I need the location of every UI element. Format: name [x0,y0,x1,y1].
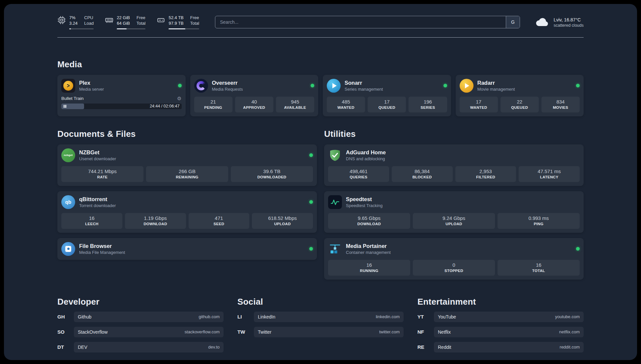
bookmark-name: StackOverflow [78,329,107,335]
memory-usage-bar [117,28,145,29]
stat-upload: 9.24 Gbps UPLOAD [413,213,495,229]
section-title: Developer [57,297,224,307]
portainer-crane-icon [328,242,342,256]
bookmark-name: DEV [78,345,87,350]
bookmark-domain: netflix.com [559,329,580,334]
filebrowser-icon [61,242,75,256]
service-description: DNS and adblocking [346,156,386,161]
stat-seed: 471 SEED [189,213,250,229]
service-card-filebrowser[interactable]: File Browser Media File Management [57,238,317,260]
stat-remaining: 266 GB REMAINING [146,166,228,182]
service-card-sonarr[interactable]: Sonarr Series management 485 WANTED 17 Q… [323,75,451,116]
service-card-radarr[interactable]: Radarr Movie management 17 WANTED 22 QUE… [456,75,584,116]
service-name: Overseerr [212,79,243,86]
bookmark-twitter[interactable]: TW Twitter twitter.com [237,327,404,337]
qbittorrent-icon: qb [61,195,75,209]
service-card-adguard-home[interactable]: AdGuard Home DNS and adblocking 498,461 … [324,144,584,186]
status-online-indicator [309,200,313,204]
memory-total-value: 64 GiB [117,21,130,26]
bookmark-abbr: RE [417,344,429,350]
stat-stopped: 0 STOPPED [413,260,495,276]
service-name: Sonarr [345,79,383,86]
service-card-qbittorrent[interactable]: qb qBittorrent Torrent downloader 16 LEE… [57,191,317,233]
status-online-indicator [309,247,313,251]
stat-movies: 834 MOVIES [541,97,580,112]
bookmark-name: Github [78,314,91,319]
status-online-indicator [309,153,313,157]
bookmark-abbr: SO [57,329,69,335]
stat-approved: 40 APPROVED [235,97,273,112]
stat-rate: 744.21 Mbps RATE [61,166,143,182]
search-provider-button[interactable]: G [506,16,520,28]
service-description: Torrent downloader [79,203,116,208]
service-description: Movie management [477,87,515,92]
status-online-indicator [178,84,182,87]
section-title: Documents & Files [57,129,317,139]
stat-label: QUEUED [502,106,537,109]
weather-location: Lviv, 16.87°C [554,17,584,23]
playback-progress-fill [61,104,84,109]
bookmark-group-developer: Developer GH Github github.com SO StackO… [57,297,224,352]
bookmark-reddit[interactable]: RE Reddit reddit.com [417,342,584,352]
playback-progress-bar[interactable]: 24:44 / 02:06:47 [61,104,182,109]
gear-icon[interactable]: ⚙ [177,96,181,101]
service-card-overseerr[interactable]: Overseerr Media Requests 21 PENDING 40 A… [190,75,319,116]
stat-leech: 16 LEECH [61,213,122,229]
section-title: Social [237,297,404,307]
stat-label: SERIES [410,106,445,109]
overseerr-icon [194,79,208,93]
disk-free-value: 52.4 TB [168,15,183,21]
search-bar: G [215,16,520,28]
bookmark-domain: youtube.com [555,314,580,319]
stat-label: PING [499,222,578,226]
stat-label: PENDING [196,106,231,109]
disk-usage-bar [168,28,199,29]
stat-wanted: 17 WANTED [460,97,498,112]
bookmark-domain: dev.to [208,345,220,349]
speedtest-graph-icon [328,195,342,209]
stat-label: RATE [63,175,142,179]
stat-filtered: 2,953 FILTERED [455,166,516,182]
search-input[interactable] [215,16,506,28]
stat-ping: 0.993 ms PING [498,213,580,229]
stat-total: 16 TOTAL [498,260,580,276]
stat-label: WANTED [461,106,497,109]
bookmark-netflix[interactable]: NF Netflix netflix.com [417,327,584,337]
stat-value: 196 [410,99,445,105]
bookmark-domain: github.com [198,314,220,319]
stat-queued: 22 QUEUED [501,97,539,112]
bookmark-linkedin[interactable]: LI LinkedIn linkedin.com [237,312,404,322]
service-description: Media Requests [212,87,243,92]
service-card-nzbget[interactable]: nzbget NZBGet Usenet downloader 744.21 M… [57,144,317,186]
bookmark-dev[interactable]: DT DEV dev.to [57,342,224,352]
service-card-speedtest[interactable]: Speedtest Speedtest Tracking 9.65 Gbps D… [324,191,584,233]
playback-time: 24:44 / 02:06:47 [150,104,179,108]
bookmark-stackoverflow[interactable]: SO StackOverflow stackoverflow.com [57,327,224,337]
status-online-indicator [311,84,314,87]
stat-value: 485 [328,99,364,105]
stat-value: 22 [502,99,537,105]
topbar-divider [57,37,584,38]
service-description: Container management [346,250,391,255]
stat-label: AVAILABLE [277,106,313,109]
memory-free-value: 22 GiB [117,15,130,21]
cpu-load-value: 3.24 [69,21,77,26]
stat-value: 9.24 Gbps [414,215,494,221]
stat-label: QUEUED [369,106,405,109]
service-card-plex[interactable]: > Plex Media server Bullet Train ⚙ [57,75,186,116]
stat-queries: 498,461 QUERIES [328,166,389,182]
stat-pending: 21 PENDING [194,97,232,112]
stat-value: 9.65 Gbps [329,215,409,221]
bookmark-github[interactable]: GH Github github.com [57,312,224,322]
stat-value: 16 [63,215,121,221]
service-name: File Browser [79,243,125,250]
stat-label: RUNNING [329,269,409,273]
stat-value: 945 [277,99,313,105]
disk-total-value: 97.9 TB [168,21,183,26]
disk-monitor-widget: 52.4 TB 97.9 TB Free Total [157,15,199,29]
bookmark-youtube[interactable]: YT YouTube youtube.com [417,312,584,322]
service-name: Plex [79,79,104,86]
stat-label: SEED [190,222,248,226]
cpu-load-label: Load [84,21,94,26]
service-card-portainer[interactable]: Media Portainer Container management 16 … [324,238,584,280]
